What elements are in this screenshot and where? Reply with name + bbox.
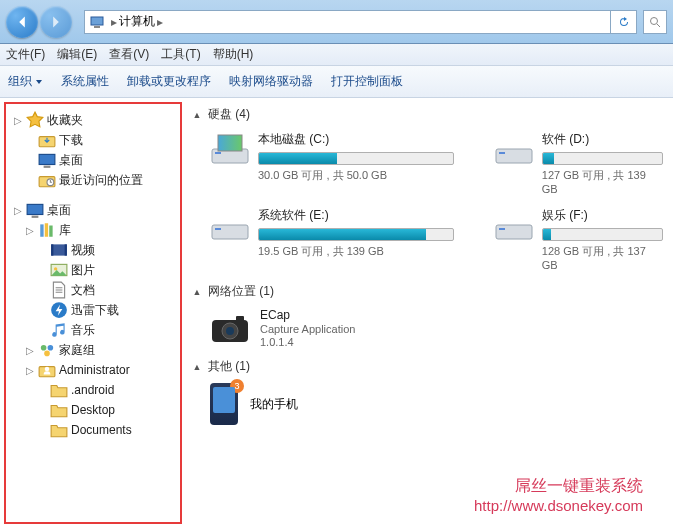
drive-name: 本地磁盘 (C:) (258, 131, 454, 148)
nav-back-button[interactable] (6, 6, 38, 38)
svg-rect-9 (27, 204, 43, 214)
tree-label: Desktop (71, 403, 115, 417)
organize-button[interactable]: 组织 (8, 73, 43, 90)
usage-fill (259, 153, 337, 164)
tree-user-documents[interactable]: Documents (6, 420, 180, 440)
tree-downloads[interactable]: 下载 (6, 130, 180, 150)
menu-help[interactable]: 帮助(H) (213, 46, 254, 63)
control-panel-button[interactable]: 打开控制面板 (331, 73, 403, 90)
drive-icon (494, 207, 534, 243)
svg-rect-0 (91, 17, 103, 25)
svg-point-18 (54, 267, 57, 270)
tree-label: 库 (59, 222, 71, 239)
uninstall-button[interactable]: 卸载或更改程序 (127, 73, 211, 90)
usage-fill (543, 229, 551, 240)
svg-point-21 (48, 345, 54, 351)
tree-libraries[interactable]: ▷ 库 (6, 220, 180, 240)
netloc-ecap[interactable]: ECap Capture Application 1.0.1.4 (210, 308, 663, 348)
menu-file[interactable]: 文件(F) (6, 46, 45, 63)
section-title: 网络位置 (1) (208, 283, 274, 300)
svg-rect-5 (39, 154, 55, 164)
section-network-location[interactable]: ▲ 网络位置 (1) (192, 283, 663, 300)
tree-user[interactable]: ▷ Administrator (6, 360, 180, 380)
document-icon (50, 282, 68, 298)
section-other[interactable]: ▲ 其他 (1) (192, 358, 663, 375)
tree-label: 图片 (71, 262, 95, 279)
drive-e[interactable]: 系统软件 (E:) 19.5 GB 可用 , 共 139 GB (210, 207, 454, 271)
svg-line-3 (657, 24, 660, 27)
user-icon (38, 362, 56, 378)
item-version: 1.0.1.4 (260, 336, 355, 348)
nav-forward-button[interactable] (40, 6, 72, 38)
svg-rect-31 (215, 228, 221, 230)
refresh-button[interactable] (611, 10, 637, 34)
tree-user-desktop[interactable]: Desktop (6, 400, 180, 420)
phone-icon: 3 (210, 383, 238, 425)
expand-icon[interactable]: ▷ (22, 345, 38, 356)
tree-music[interactable]: 音乐 (6, 320, 180, 340)
svg-rect-16 (65, 244, 67, 255)
menu-tools[interactable]: 工具(T) (161, 46, 200, 63)
svg-rect-33 (499, 228, 505, 230)
expand-icon[interactable]: ▷ (22, 365, 38, 376)
menu-view[interactable]: 查看(V) (109, 46, 149, 63)
usage-bar (542, 152, 663, 165)
drive-stats: 19.5 GB 可用 , 共 139 GB (258, 244, 454, 259)
tree-documents[interactable]: 文档 (6, 280, 180, 300)
drive-f[interactable]: 娱乐 (F:) 128 GB 可用 , 共 137 GB (494, 207, 663, 271)
tree-desktop[interactable]: 桌面 (6, 150, 180, 170)
svg-rect-13 (49, 226, 52, 237)
collapse-icon[interactable]: ▲ (192, 287, 202, 297)
tree-desktop-root[interactable]: ▷ 桌面 (6, 200, 180, 220)
tree-label: 收藏夹 (47, 112, 83, 129)
usage-bar (542, 228, 663, 241)
tree-favorites[interactable]: ▷ 收藏夹 (6, 110, 180, 130)
tree-android[interactable]: .android (6, 380, 180, 400)
expand-icon[interactable]: ▷ (10, 115, 26, 126)
svg-rect-6 (44, 166, 51, 168)
item-name: 我的手机 (250, 396, 298, 413)
tree-label: 最近访问的位置 (59, 172, 143, 189)
tree-pictures[interactable]: 图片 (6, 260, 180, 280)
tree-label: 下载 (59, 132, 83, 149)
svg-rect-10 (32, 216, 39, 218)
svg-rect-37 (236, 316, 244, 322)
crumb-computer[interactable]: 计算机 (119, 13, 155, 30)
tree-label: .android (71, 383, 114, 397)
folder-icon (50, 402, 68, 418)
thunder-icon (50, 302, 68, 318)
system-properties-button[interactable]: 系统属性 (61, 73, 109, 90)
tree-label: 桌面 (59, 152, 83, 169)
library-icon (38, 222, 56, 238)
svg-rect-12 (45, 223, 48, 237)
svg-point-20 (41, 345, 47, 351)
tree-label: 迅雷下载 (71, 302, 119, 319)
svg-rect-11 (40, 224, 43, 236)
toolbar: 组织 系统属性 卸载或更改程序 映射网络驱动器 打开控制面板 (0, 66, 673, 98)
svg-point-24 (45, 367, 50, 372)
drive-c[interactable]: 本地磁盘 (C:) 30.0 GB 可用 , 共 50.0 GB (210, 131, 454, 195)
svg-rect-30 (212, 225, 248, 239)
drive-stats: 30.0 GB 可用 , 共 50.0 GB (258, 168, 454, 183)
collapse-icon[interactable]: ▲ (192, 362, 202, 372)
drive-stats: 127 GB 可用 , 共 139 GB (542, 168, 663, 195)
collapse-icon[interactable]: ▲ (192, 110, 202, 120)
search-input[interactable] (643, 10, 667, 34)
tree-homegroup[interactable]: ▷ 家庭组 (6, 340, 180, 360)
expand-icon[interactable]: ▷ (22, 225, 38, 236)
tree-thunder[interactable]: 迅雷下载 (6, 300, 180, 320)
svg-rect-27 (218, 135, 242, 151)
svg-point-36 (226, 327, 234, 335)
tree-recent[interactable]: 最近访问的位置 (6, 170, 180, 190)
address-bar[interactable]: ▸ 计算机 ▸ (84, 10, 611, 34)
svg-rect-26 (215, 152, 221, 154)
tree-label: 家庭组 (59, 342, 95, 359)
usage-bar (258, 152, 454, 165)
drive-d[interactable]: 软件 (D:) 127 GB 可用 , 共 139 GB (494, 131, 663, 195)
map-drive-button[interactable]: 映射网络驱动器 (229, 73, 313, 90)
other-phone[interactable]: 3 我的手机 (210, 383, 663, 425)
expand-icon[interactable]: ▷ (10, 205, 26, 216)
menu-edit[interactable]: 编辑(E) (57, 46, 97, 63)
tree-videos[interactable]: 视频 (6, 240, 180, 260)
section-hard-drives[interactable]: ▲ 硬盘 (4) (192, 106, 663, 123)
